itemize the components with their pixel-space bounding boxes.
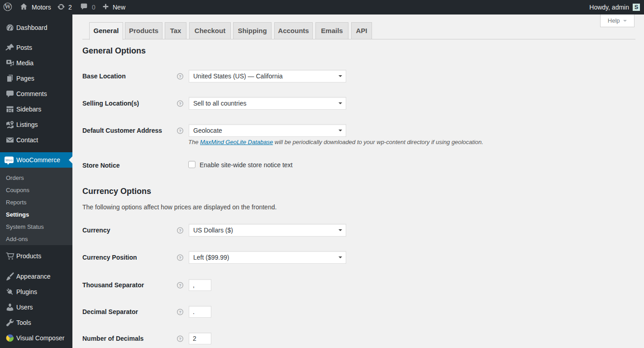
svg-text:?: ? [179, 283, 181, 288]
svg-text:W: W [5, 3, 11, 10]
svg-text:?: ? [179, 337, 181, 341]
svg-text:?: ? [179, 74, 181, 79]
svg-text:?: ? [179, 102, 181, 106]
svg-text:?: ? [179, 228, 181, 233]
svg-text:Woo: Woo [5, 158, 13, 162]
svg-text:?: ? [179, 129, 181, 133]
svg-text:?: ? [179, 256, 181, 260]
svg-text:?: ? [179, 310, 181, 314]
